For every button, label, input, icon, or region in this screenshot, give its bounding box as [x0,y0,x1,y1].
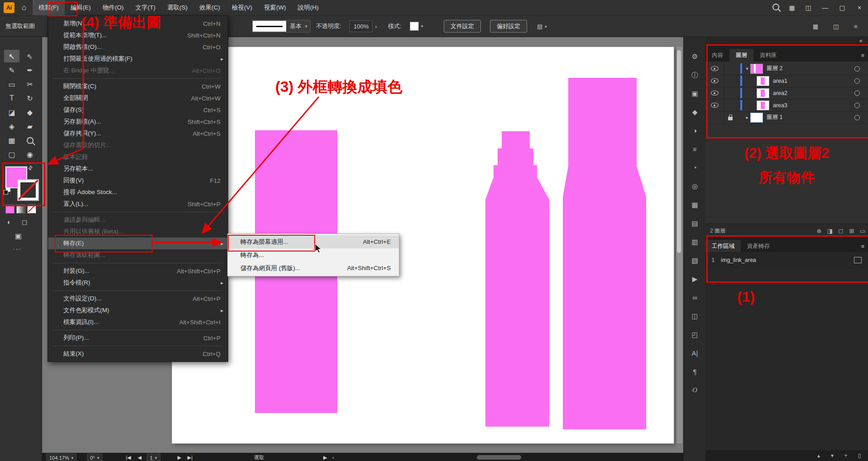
libraries-icon[interactable]: ◆ [684,108,706,116]
target-circle-icon[interactable] [854,115,860,120]
chevron-right-icon[interactable]: ▸ [744,115,750,120]
shape-bottle-small[interactable] [485,131,549,427]
direct-selection-tool[interactable]: ⇖ [22,50,38,62]
new-sublayer-icon[interactable]: ◻ [835,228,846,234]
delete-layer-icon[interactable]: ▭ [857,228,868,234]
vertical-scroll-thumb[interactable] [677,50,681,253]
visibility-toggle[interactable] [705,87,724,99]
artboards-icon[interactable]: ▣ [684,90,706,98]
menu-item-save-for-web[interactable]: 儲存為網頁用 (舊版)...Alt+Shift+Ctrl+S [228,261,399,275]
layer-thumbnail[interactable] [757,88,769,98]
menu-item-open[interactable]: 開啟舊檔(O)...Ctrl+O [48,41,228,53]
color-mode-button[interactable] [5,204,14,214]
target-circle-icon[interactable] [854,66,860,71]
tab-asset-export[interactable]: 資產轉存 [741,240,776,252]
visibility-toggle[interactable] [705,111,724,124]
menu-item-close[interactable]: 關閉檔案(C)Ctrl+W [48,81,228,92]
type-tool[interactable]: T [4,92,19,105]
transparency-icon[interactable]: ◔ [684,164,706,171]
opentype-icon[interactable]: O [684,386,706,394]
status-expand-icon[interactable]: ▶ [323,455,327,461]
layer-row[interactable]: ▾ 圖層 2 [705,62,868,75]
align-dropdown-icon[interactable]: ▤▾ [537,23,547,30]
menu-item-print[interactable]: 列印(P)...Ctrl+P [48,332,228,344]
artboard-icon[interactable] [854,257,862,263]
artboard-row[interactable]: 1 img_link_area [705,252,868,269]
preferences-button[interactable]: 偏好設定 [490,20,527,33]
pen-tool[interactable]: ✒ [22,64,38,76]
menu-item-revert[interactable]: 回復(V)F12 [48,175,228,186]
menu-item-place[interactable]: 置入(L)...Shift+Ctrl+P [48,198,228,210]
curvature-tool[interactable]: ✎ [4,64,19,76]
rectangle-tool[interactable]: ▭ [4,78,19,90]
visibility-toggle[interactable] [705,99,724,111]
panel-menu-icon[interactable]: ≡ [861,52,864,59]
menu-item-save-as[interactable]: 另存新檔(A)...Shift+Ctrl+S [48,116,228,128]
menu-type[interactable]: 文字(T) [129,0,161,15]
zoom-level-dropdown[interactable]: 104.17%▾ [46,454,77,461]
arrange-documents-icon[interactable]: ▦ [784,4,800,11]
restore-button[interactable]: ▢ [834,0,851,15]
asset-export-icon[interactable]: ◰ [684,331,706,339]
screen-mode-icon[interactable]: ▣ [15,232,22,240]
rotation-dropdown[interactable]: 0°▾ [87,454,102,461]
next-artboard-button[interactable]: ▶ [177,455,181,461]
search-icon[interactable] [767,4,784,12]
mesh-tool[interactable]: ▦ [4,134,19,147]
selection-tool[interactable]: ↖ [4,50,19,62]
layer-thumbnail[interactable] [757,100,769,110]
artboard-name[interactable]: img_link_area [721,257,756,263]
shape-builder-tool[interactable]: ◈ [4,120,19,133]
menu-view[interactable]: 檢視(V) [226,0,258,15]
trash-icon[interactable]: ▯ [854,452,865,459]
menu-item-export-as[interactable]: 轉存為... [228,248,399,261]
scroll-down-icon[interactable]: ▾ [826,452,838,459]
shape-bottle-large[interactable] [563,78,646,429]
close-button[interactable]: × [851,0,868,15]
minimize-button[interactable]: — [816,0,834,15]
rotate-tool[interactable]: ↻ [22,92,38,105]
artboard-nav-dropdown[interactable]: 1▾ [147,454,160,461]
appearance-icon[interactable]: ▤ [684,219,706,228]
zoom-tool[interactable] [22,134,38,147]
layer-name[interactable]: area3 [773,102,854,109]
visibility-toggle[interactable] [705,62,724,75]
first-artboard-button[interactable]: |◀ [126,455,131,461]
layer-row[interactable]: area2 [705,87,868,100]
menu-select[interactable]: 選取(S) [161,0,193,15]
document-layout-icon[interactable]: ◫ [833,23,839,30]
target-circle-icon[interactable] [854,78,860,84]
new-layer-icon[interactable]: ⊞ [846,228,857,234]
brush-definition-dropdown[interactable]: 基本▾ [252,20,311,33]
menu-item-document-color-mode[interactable]: 文件色彩模式(M)▸ [48,304,228,316]
tab-layers[interactable]: 圖層 [729,49,753,62]
draw-inside-icon[interactable]: ◻ [22,218,27,226]
info-icon[interactable]: ⓘ [684,71,706,80]
properties-icon[interactable]: ⚙ [684,52,706,61]
collapse-panels-icon[interactable]: « [859,37,863,44]
knife-tool[interactable]: ✂ [22,78,38,90]
style-dropdown[interactable]: ▾ [410,22,423,31]
menu-item-new-from-template[interactable]: 從範本新增(T)...Shift+Ctrl+N [48,29,228,41]
vertical-scrollbar[interactable] [676,46,683,444]
draw-normal-icon[interactable]: ◐ [7,218,11,226]
actions-icon[interactable]: ▶ [684,275,706,283]
menu-item-package[interactable]: 封裝(G)...Alt+Shift+Ctrl+P [48,265,228,277]
layer-row[interactable]: area1 [705,75,868,87]
menu-effect[interactable]: 效果(C) [193,0,226,15]
new-item-icon[interactable]: + [840,452,852,459]
status-chevron-icon[interactable]: ‹ [332,455,334,460]
grid-icon[interactable]: ▦ [813,23,818,30]
layer-name[interactable]: 圖層 1 [767,114,854,121]
eyedropper-tool[interactable]: ◆ [22,106,38,119]
target-circle-icon[interactable] [854,103,860,108]
scroll-up-icon[interactable]: ▴ [813,452,825,459]
menu-item-open-recent[interactable]: 打開最近使用過的檔案(F)▸ [48,53,228,65]
menu-item-scripts[interactable]: 指令檔(R)▸ [48,277,228,289]
links-icon[interactable]: ∞ [684,294,706,301]
menu-item-save[interactable]: 儲存(S)Ctrl+S [48,104,228,116]
menu-item-save-a-copy[interactable]: 儲存拷貝(Y)...Alt+Ctrl+S [48,128,228,139]
layer-thumbnail[interactable] [757,76,769,86]
visibility-toggle[interactable] [705,75,724,87]
horizontal-scroll-thumb[interactable] [477,455,521,460]
